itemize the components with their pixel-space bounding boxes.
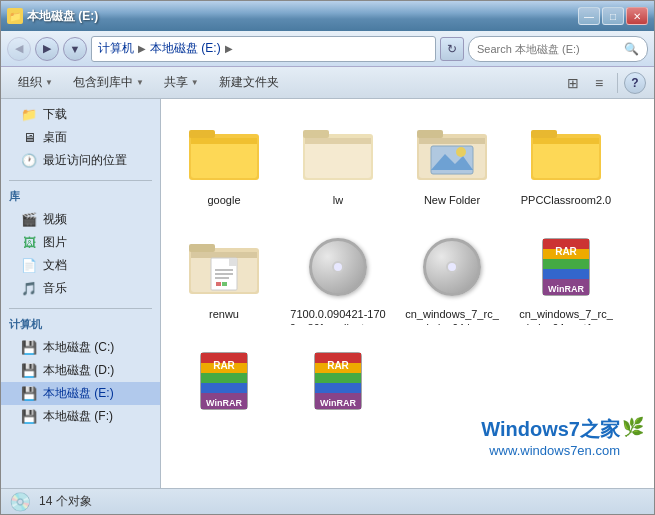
view-list-button[interactable]: ≡ <box>587 72 611 94</box>
search-input[interactable] <box>477 43 620 55</box>
sidebar-item-recent[interactable]: 🕐 最近访问的位置 <box>1 149 160 172</box>
svg-rect-51 <box>315 373 361 383</box>
sidebar-section-favorites: 📁 下载 🖥 桌面 🕐 最近访问的位置 <box>1 103 160 172</box>
breadcrumb-sep-1: ▶ <box>138 43 146 54</box>
sidebar-divider-1 <box>9 180 152 181</box>
share-button[interactable]: 共享 ▼ <box>155 71 208 95</box>
svg-text:WinRAR: WinRAR <box>320 398 356 408</box>
file-item-google[interactable]: google <box>169 107 279 217</box>
file-item-rar3[interactable]: WinRAR RAR <box>283 335 393 445</box>
sidebar-item-c-drive[interactable]: 💾 本地磁盘 (C:) <box>1 336 160 359</box>
status-count: 14 个对象 <box>39 493 646 510</box>
sidebar-item-f-drive[interactable]: 💾 本地磁盘 (F:) <box>1 405 160 428</box>
svg-rect-20 <box>533 138 599 144</box>
file-icon-google <box>188 117 260 189</box>
svg-rect-36 <box>543 269 589 279</box>
watermark-title: Windows7之家 <box>481 416 620 443</box>
desktop-icon: 🖥 <box>21 130 37 146</box>
computer-header[interactable]: 计算机 <box>1 313 160 336</box>
svg-text:RAR: RAR <box>327 360 349 371</box>
refresh-button[interactable]: ↻ <box>440 37 464 61</box>
include-dropdown-arrow: ▼ <box>136 78 144 87</box>
sidebar-item-video[interactable]: 🎬 视频 <box>1 208 160 231</box>
sidebar-item-download[interactable]: 📁 下载 <box>1 103 160 126</box>
view-grid-button[interactable]: ⊞ <box>561 72 585 94</box>
folder-icon: 📁 <box>21 107 37 123</box>
sidebar-item-document[interactable]: 📄 文档 <box>1 254 160 277</box>
file-name-renwu: renwu <box>209 307 239 321</box>
sidebar-section-library: 库 🎬 视频 🖼 图片 📄 文档 🎵 音乐 <box>1 185 160 300</box>
sidebar-item-desktop[interactable]: 🖥 桌面 <box>1 126 160 149</box>
sidebar: 📁 下载 🖥 桌面 🕐 最近访问的位置 库 🎬 视频 <box>1 99 161 488</box>
address-breadcrumb: 计算机 ▶ 本地磁盘 (E:) ▶ <box>98 40 235 57</box>
share-dropdown-arrow: ▼ <box>191 78 199 87</box>
window-title: 本地磁盘 (E:) <box>27 8 98 25</box>
sidebar-divider-2 <box>9 308 152 309</box>
file-item-rar1[interactable]: WinRAR RAR cn_windows_7_rc_dvd_x64.part1… <box>511 221 621 331</box>
svg-text:RAR: RAR <box>213 360 235 371</box>
breadcrumb-edrive[interactable]: 本地磁盘 (E:) <box>150 40 221 57</box>
file-name-rar1: cn_windows_7_rc_dvd_x64.part1.rar <box>517 307 615 325</box>
svg-rect-6 <box>303 130 329 138</box>
file-icon-rar1: WinRAR RAR <box>530 231 602 303</box>
recent-icon: 🕐 <box>21 153 37 169</box>
toolbar: 组织 ▼ 包含到库中 ▼ 共享 ▼ 新建文件夹 ⊞ ≡ ? <box>1 67 654 99</box>
sidebar-label-recent: 最近访问的位置 <box>43 152 127 169</box>
address-bar[interactable]: 计算机 ▶ 本地磁盘 (E:) ▶ <box>91 36 436 62</box>
file-icon-iso2 <box>416 231 488 303</box>
search-bar[interactable]: 🔍 <box>468 36 648 62</box>
svg-rect-8 <box>305 138 371 144</box>
cd-disk-icon-2 <box>423 238 481 296</box>
file-item-new-folder[interactable]: New Folder <box>397 107 507 217</box>
svg-rect-31 <box>222 282 227 286</box>
file-icon-lw <box>302 117 374 189</box>
cd-hole-2 <box>446 261 458 273</box>
svg-rect-10 <box>417 130 443 138</box>
file-icon-iso1 <box>302 231 374 303</box>
sidebar-section-computer: 计算机 💾 本地磁盘 (C:) 💾 本地磁盘 (D:) 💾 本地磁盘 (E:) … <box>1 313 160 428</box>
file-item-iso2[interactable]: cn_windows_7_rc_dvd_x64.iso <box>397 221 507 331</box>
svg-point-16 <box>456 147 466 157</box>
view-buttons: ⊞ ≡ <box>561 72 611 94</box>
nav-dropdown-button[interactable]: ▼ <box>63 37 87 61</box>
sidebar-label-f: 本地磁盘 (F:) <box>43 408 113 425</box>
minimize-button[interactable]: — <box>578 7 600 25</box>
status-drive-icon: 💿 <box>9 491 31 513</box>
svg-rect-44 <box>201 383 247 393</box>
cd-disk-icon <box>309 238 367 296</box>
file-item-rar2[interactable]: WinRAR RAR <box>169 335 279 445</box>
file-item-renwu[interactable]: renwu <box>169 221 279 331</box>
sidebar-item-music[interactable]: 🎵 音乐 <box>1 277 160 300</box>
file-item-iso1[interactable]: 7100.0.090421-1700_x86fre_client_en-us_R… <box>283 221 393 331</box>
title-bar-left: 📁 本地磁盘 (E:) <box>7 8 98 25</box>
doc-icon: 📄 <box>21 258 37 274</box>
svg-rect-2 <box>189 130 215 138</box>
watermark: Windows7之家 www.windows7en.com 🌿 <box>481 416 644 458</box>
svg-rect-18 <box>531 130 557 138</box>
file-icon-ppc <box>530 117 602 189</box>
window: 📁 本地磁盘 (E:) — □ ✕ ◀ ▶ ▼ 计算机 ▶ 本地磁盘 (E:) … <box>0 0 655 515</box>
file-item-ppc[interactable]: PPCClassroom2.0 <box>511 107 621 217</box>
toolbar-separator <box>617 73 618 93</box>
library-header[interactable]: 库 <box>1 185 160 208</box>
help-button[interactable]: ? <box>624 72 646 94</box>
maximize-button[interactable]: □ <box>602 7 624 25</box>
cd-hole <box>332 261 344 273</box>
sidebar-item-picture[interactable]: 🖼 图片 <box>1 231 160 254</box>
close-button[interactable]: ✕ <box>626 7 648 25</box>
include-library-button[interactable]: 包含到库中 ▼ <box>64 71 153 95</box>
breadcrumb-computer[interactable]: 计算机 <box>98 40 134 57</box>
file-item-lw[interactable]: lw <box>283 107 393 217</box>
svg-rect-35 <box>543 259 589 269</box>
organize-button[interactable]: 组织 ▼ <box>9 71 62 95</box>
sidebar-item-d-drive[interactable]: 💾 本地磁盘 (D:) <box>1 359 160 382</box>
new-folder-button[interactable]: 新建文件夹 <box>210 71 288 95</box>
sidebar-item-e-drive[interactable]: 💾 本地磁盘 (E:) <box>1 382 160 405</box>
sidebar-label-video: 视频 <box>43 211 67 228</box>
back-button[interactable]: ◀ <box>7 37 31 61</box>
forward-button[interactable]: ▶ <box>35 37 59 61</box>
file-name-ppc: PPCClassroom2.0 <box>521 193 611 207</box>
file-name-iso1: 7100.0.090421-1700_x86fre_client_en-us_R… <box>289 307 387 325</box>
f-drive-icon: 💾 <box>21 409 37 425</box>
file-area: google lw <box>161 99 654 488</box>
